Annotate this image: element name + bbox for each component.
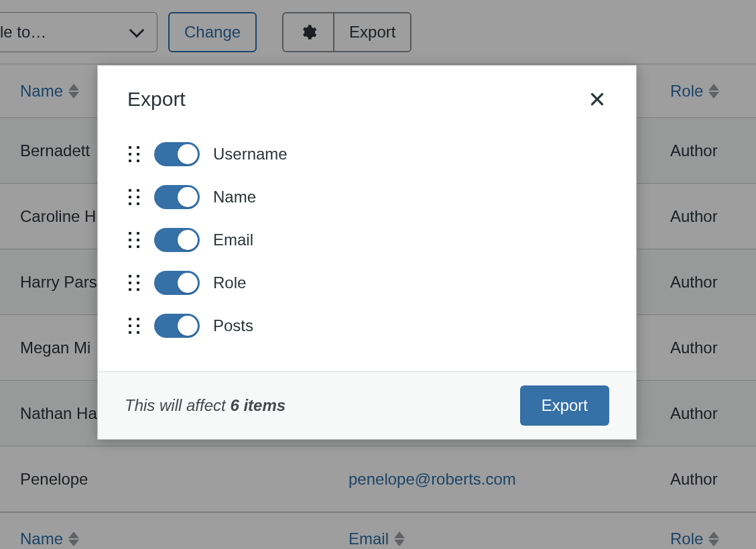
field-label: Email [213, 231, 253, 249]
affect-prefix: This will affect [125, 396, 230, 414]
close-icon [588, 90, 606, 108]
field-toggle[interactable] [154, 228, 200, 252]
drag-handle-icon[interactable] [127, 144, 141, 164]
drag-handle-icon[interactable] [127, 187, 141, 207]
modal-footer: This will affect 6 items Export [98, 371, 636, 439]
modal-title: Export [127, 88, 186, 111]
toggle-knob [178, 273, 198, 293]
affect-count: 6 items [230, 396, 286, 414]
field-toggle[interactable] [154, 314, 200, 338]
drag-handle-icon[interactable] [127, 273, 141, 293]
toggle-knob [178, 230, 198, 250]
modal-body: UsernameNameEmailRolePosts [98, 113, 636, 371]
field-toggle[interactable] [154, 185, 200, 209]
field-label: Name [213, 188, 256, 206]
field-label: Username [213, 145, 288, 164]
export-field-row: Username [127, 133, 607, 176]
modal-header: Export [98, 66, 636, 113]
toggle-knob [178, 316, 198, 336]
export-field-row: Email [127, 219, 607, 261]
export-field-row: Name [127, 176, 607, 219]
close-button[interactable] [584, 86, 611, 113]
export-confirm-label: Export [542, 396, 588, 415]
export-field-row: Role [127, 261, 607, 304]
drag-handle-icon[interactable] [127, 316, 141, 336]
field-label: Role [213, 273, 246, 292]
toggle-knob [178, 187, 198, 207]
affect-text: This will affect 6 items [125, 396, 286, 415]
page: le to… Change Export Name [0, 0, 756, 549]
export-modal: Export UsernameNameEmailRolePosts This w… [97, 65, 637, 440]
drag-handle-icon[interactable] [127, 230, 141, 250]
field-label: Posts [213, 316, 253, 335]
field-toggle[interactable] [154, 271, 200, 295]
export-confirm-button[interactable]: Export [520, 385, 609, 426]
field-toggle[interactable] [154, 142, 200, 166]
toggle-knob [178, 144, 198, 164]
export-field-row: Posts [127, 304, 607, 347]
